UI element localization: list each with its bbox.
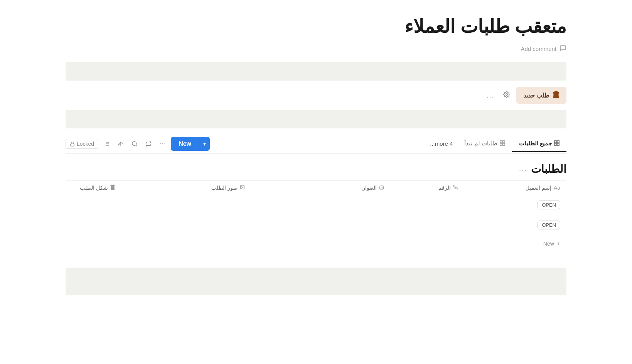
tab-not-started-label: طلبات لم تبدأ [464,140,497,147]
svg-rect-7 [500,143,502,145]
table-row[interactable]: OPEN [66,195,566,215]
dress-icon-btn [553,91,560,100]
col-photos-label: صور الطلب [211,185,238,191]
col-photos-icon [240,185,245,191]
sort-button[interactable] [115,139,126,149]
row-1-status: OPEN [538,201,560,209]
add-comment-row[interactable]: Add comment [66,45,566,53]
row-1-photos[interactable] [121,195,251,215]
new-dropdown-icon: ▾ [203,141,206,147]
col-dress-label: شكل الطلب [80,185,108,191]
toolbar-row: طلب جديد ... [66,87,566,104]
svg-rect-6 [503,140,505,142]
tab-all-orders[interactable]: جميع الطلبات [512,136,566,152]
lock-badge[interactable]: Locked [66,139,98,149]
svg-point-22 [164,143,165,144]
add-new-label: New [543,241,554,247]
svg-rect-5 [500,140,502,142]
new-button-group: New ▾ [171,137,210,151]
row-2-address[interactable] [251,215,390,235]
row-1-dress[interactable] [66,195,121,215]
new-dropdown-button[interactable]: ▾ [199,137,210,151]
tab-all-label: جميع الطلبات [519,140,552,147]
col-header-phone: الرقم [390,180,464,195]
row-1-name[interactable]: OPEN [464,195,566,215]
row-2-name[interactable]: OPEN [464,215,566,235]
svg-line-19 [136,145,137,146]
tab-all-icon [554,140,560,147]
new-main-button[interactable]: New [171,137,199,151]
gray-bar-bottom [66,268,566,295]
tab-not-started-icon [500,140,505,147]
table-row[interactable]: OPEN [66,215,566,235]
add-icon: + [557,241,560,247]
col-address-label: العنوان [361,185,377,191]
row-2-photos[interactable] [121,215,251,235]
search-button[interactable] [129,139,140,149]
more-actions-button[interactable] [157,139,168,149]
table-header-row: Aa إسم العميل الرقم [66,180,566,195]
svg-rect-9 [71,143,74,146]
svg-point-0 [506,93,507,95]
svg-rect-3 [554,143,556,145]
tab-actions: Locked New [66,135,210,153]
add-new-row[interactable]: + New [66,235,566,252]
orders-table: Aa إسم العميل الرقم [66,180,566,235]
row-2-status: OPEN [538,221,560,229]
svg-point-24 [241,186,242,187]
svg-point-20 [160,143,161,144]
svg-rect-4 [557,143,559,145]
comment-icon [560,45,566,53]
col-address-icon [379,185,384,191]
new-button-label: New [179,140,191,147]
section-title: الطلبات [531,163,566,175]
tabs-row: جميع الطلبات طلبات لم تبدأ 4 more... Loc… [66,135,566,153]
section-title-row: الطلبات ... [66,153,566,180]
branch-button[interactable] [143,139,154,149]
row-2-dress[interactable] [66,215,121,235]
new-order-label: طلب جديد [523,92,549,99]
row-2-phone[interactable] [390,215,464,235]
add-comment-label: Add comment [521,46,556,52]
row-1-address[interactable] [251,195,390,215]
new-order-button[interactable]: طلب جديد [516,87,566,104]
filter-button[interactable] [101,139,112,149]
lock-label: Locked [77,141,94,147]
col-phone-label: الرقم [438,185,451,191]
col-header-dress: شكل الطلب [66,180,121,195]
col-dress-icon [110,184,115,191]
tab-not-started[interactable]: طلبات لم تبدأ [457,136,512,152]
section-more-button[interactable]: ... [519,165,527,173]
svg-point-18 [132,142,137,146]
col-header-address: العنوان [251,180,390,195]
col-header-photos: صور الطلب [121,180,251,195]
page-title: متعقب طلبات العملاء [66,15,566,37]
tab-more[interactable]: 4 more... [425,136,457,152]
svg-rect-8 [503,143,505,145]
svg-rect-1 [554,140,556,142]
col-header-name: Aa إسم العميل [464,180,566,195]
svg-point-21 [162,143,163,144]
col-name-label: إسم العميل [526,185,551,191]
row-1-phone[interactable] [390,195,464,215]
col-phone-icon [453,185,458,191]
svg-rect-2 [557,140,559,142]
more-tabs-label: 4 more... [430,140,453,147]
gray-bar-top [66,62,566,81]
col-name-type-icon: Aa [554,185,560,191]
toolbar-more-button[interactable]: ... [484,89,497,102]
gear-button[interactable] [501,89,512,102]
gray-bar-second [66,110,566,128]
